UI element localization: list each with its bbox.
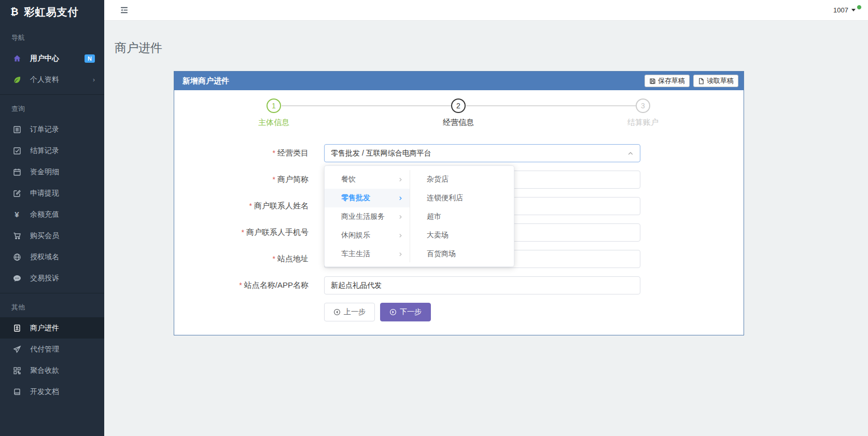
sidebar-item-label: 余额充值 [30,210,59,219]
step-3-label: 结算账户 [627,118,659,128]
field-label: *商户简称 [174,175,324,185]
cart-icon [12,231,21,240]
calendar-icon [12,167,21,176]
chevron-right-icon [398,233,403,238]
sidebar-section-other: 其他 商户进件 代付管理 聚合收款 开发文档 [0,293,104,406]
category-label: 零售批发 [341,193,370,203]
category-option-catering[interactable]: 餐饮 [325,170,410,189]
sidebar-collapse-icon[interactable] [120,6,129,15]
section-label: 查询 [0,95,104,119]
field-label: *站点地址 [174,254,324,264]
step-number: 1 [272,102,276,110]
subcategory-option-department-store[interactable]: 百货商场 [410,245,514,263]
sidebar-section-query: 查询 订单记录 结算记录 资金明细 申请提现 ¥ 余额 [0,95,104,293]
step-number: 2 [456,102,460,110]
required-mark: * [273,175,275,184]
subcategory-label: 百货商场 [427,249,456,259]
sidebar-item-settlement-records[interactable]: 结算记录 [0,140,104,161]
sidebar-item-withdraw[interactable]: 申请提现 [0,182,104,204]
site-name-input[interactable] [324,276,640,294]
category-cascader-dropdown: 餐饮 零售批发 商业生活服务 休闲娱乐 车主生活 [324,165,514,267]
sidebar-item-authorized-domains[interactable]: 授权域名 [0,246,104,268]
subcategory-option-grocery[interactable]: 杂货店 [410,170,514,189]
prev-step-label: 上一步 [344,307,366,317]
sidebar-item-label: 交易投诉 [30,274,59,283]
category-label: 餐饮 [341,175,356,184]
topbar: 1007 [104,0,868,21]
app-logo[interactable]: ₿ 彩虹易支付 [0,0,104,24]
required-mark: * [239,281,242,289]
sidebar-item-label: 申请提现 [30,189,59,198]
sidebar-item-label: 聚合收款 [30,366,59,375]
form-row: *经营类目 零售批发 / 互联网综合电商平台 [174,144,744,162]
field-label-text: 商户联系人手机号 [246,228,309,236]
panel-actions: 保存草稿 读取草稿 [641,75,738,87]
category-label: 商业生活服务 [341,212,385,221]
prev-step-button[interactable]: 上一步 [324,303,375,321]
sidebar-item-user-center[interactable]: 用户中心 N [0,48,104,69]
next-step-button[interactable]: 下一步 [380,303,431,321]
sidebar-item-profile[interactable]: 个人资料 › [0,69,104,90]
subcategory-label: 杂货店 [427,175,449,184]
category-column: 餐饮 零售批发 商业生活服务 休闲娱乐 车主生活 [325,170,410,262]
yen-icon: ¥ [12,210,21,219]
sidebar-item-label: 商户进件 [30,324,59,333]
selected-category-text: 零售批发 / 互联网综合电商平台 [331,149,627,158]
chevron-up-icon [627,150,634,157]
category-option-car-life[interactable]: 车主生活 [325,245,410,263]
sidebar-item-buy-membership[interactable]: 购买会员 [0,225,104,246]
sidebar-item-label: 购买会员 [30,231,59,241]
sidebar-item-developer-docs[interactable]: 开发文档 [0,381,104,402]
wizard-steps: 1 2 3 主体信息 经营信息 结算账户 [174,90,744,143]
sidebar-item-trade-complaints[interactable]: 交易投诉 [0,268,104,289]
sidebar-item-fund-details[interactable]: 资金明细 [0,161,104,182]
sidebar: ₿ 彩虹易支付 导航 用户中心 N 个人资料 › 查询 订单记录 [0,0,104,436]
section-label: 其他 [0,293,104,317]
sidebar-item-label: 代付管理 [30,345,59,354]
sidebar-item-order-records[interactable]: 订单记录 [0,119,104,140]
field-label: *经营类目 [174,148,324,158]
comment-icon [12,274,21,283]
sidebar-item-label: 资金明细 [30,167,59,177]
category-label: 休闲娱乐 [341,231,370,240]
field-label-text: 商户联系人姓名 [254,201,309,210]
panel-header: 新增商户进件 保存草稿 读取草稿 [174,72,744,90]
step-connector [282,105,451,106]
category-option-leisure[interactable]: 休闲娱乐 [325,226,410,245]
category-label: 车主生活 [341,249,370,259]
category-option-business-services[interactable]: 商业生活服务 [325,207,410,226]
business-category-select[interactable]: 零售批发 / 互联网综合电商平台 [324,144,640,162]
field-label-text: 站点名称/APP名称 [244,280,309,289]
circle-arrow-left-icon [333,308,341,316]
sidebar-item-merchant-onboarding[interactable]: 商户进件 [0,317,104,339]
file-icon [698,78,705,85]
paper-plane-icon [12,345,21,354]
sidebar-item-payout-management[interactable]: 代付管理 [0,339,104,360]
subcategory-label: 超市 [427,212,441,221]
required-mark: * [249,202,252,210]
qrcode-icon [12,366,21,375]
category-option-retail[interactable]: 零售批发 [325,189,410,207]
subcategory-option-chain-convenience[interactable]: 连锁便利店 [410,189,514,207]
sidebar-item-label: 结算记录 [30,146,59,156]
sidebar-item-aggregate-collection[interactable]: 聚合收款 [0,360,104,381]
step-3-circle: 3 [636,99,650,113]
sidebar-item-label: 个人资料 [30,75,59,85]
load-draft-button[interactable]: 读取草稿 [693,75,738,87]
user-dropdown[interactable]: 1007 [833,6,856,14]
chevron-right-icon [398,177,403,182]
merchant-onboarding-panel: 新增商户进件 保存草稿 读取草稿 1 2 3 主体信息 经营信息 结算账户 [174,71,744,335]
chevron-right-icon: › [93,76,95,83]
circle-arrow-right-icon [389,308,397,316]
bitcoin-icon: ₿ [10,6,19,18]
save-draft-button[interactable]: 保存草稿 [645,75,690,87]
field-label-text: 商户简称 [277,175,309,184]
subcategory-option-supermarket[interactable]: 超市 [410,207,514,226]
field-label: *站点名称/APP名称 [174,280,324,290]
field-label: *商户联系人手机号 [174,228,324,237]
subcategory-option-hypermarket[interactable]: 大卖场 [410,226,514,245]
sidebar-item-balance-recharge[interactable]: ¥ 余额充值 [0,204,104,225]
panel-title: 新增商户进件 [183,76,229,86]
globe-icon [12,252,21,261]
step-1-circle: 1 [267,99,281,113]
